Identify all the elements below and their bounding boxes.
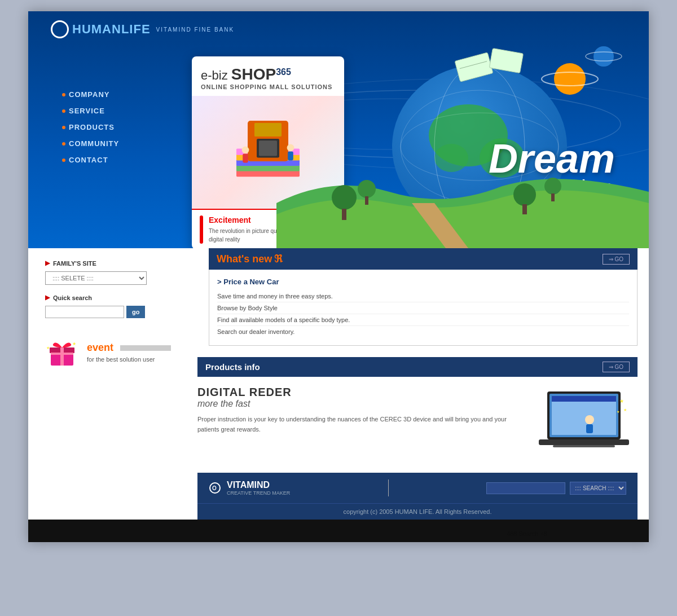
whats-new-header: What's new ℜ ⇒ GO xyxy=(209,248,638,270)
red-accent xyxy=(200,215,203,244)
svg-rect-38 xyxy=(551,193,555,201)
search-row: go xyxy=(45,306,181,318)
vitamind-search-select[interactable]: :::: SEARCH :::: xyxy=(570,482,626,495)
svg-rect-32 xyxy=(342,209,346,220)
nav-item-company[interactable]: COMPANY xyxy=(62,90,119,99)
products-info-title: Products info xyxy=(205,362,260,372)
svg-rect-51 xyxy=(539,439,629,445)
shop-subtitle: ONLINE SHOPPING MALL SOLUTIONS xyxy=(201,83,335,90)
digital-text: DIGITAL REDER more the fast Proper instr… xyxy=(197,386,525,434)
svg-text:★: ★ xyxy=(617,410,619,413)
site-footer-bar xyxy=(28,520,649,542)
nav-item-products[interactable]: PRODUCTS xyxy=(62,123,119,131)
svg-rect-50 xyxy=(586,424,593,433)
vitamind-divider xyxy=(388,479,389,496)
svg-point-14 xyxy=(242,147,249,154)
svg-rect-11 xyxy=(254,123,282,137)
event-box: ★ ★ event for the best solution user xyxy=(45,329,181,369)
main-content-area: What's new ℜ ⇒ GO Price a New Car Save t… xyxy=(197,248,649,520)
svg-rect-34 xyxy=(365,196,368,205)
whats-new-main-item: Price a New Car xyxy=(217,278,629,286)
svg-point-16 xyxy=(287,144,294,152)
list-item: Search our dealer inventory. xyxy=(217,326,629,337)
list-item: Save time and money in three easy steps. xyxy=(217,291,629,302)
event-bar xyxy=(120,345,171,351)
shop-title: e-biz SHOP365 xyxy=(201,65,335,83)
family-site-text: FAMILY'S SITE xyxy=(53,260,96,267)
nav-item-service[interactable]: SERVICE xyxy=(62,107,119,115)
ground-area xyxy=(276,158,649,248)
search-go-button[interactable]: go xyxy=(126,306,145,318)
svg-rect-36 xyxy=(522,204,527,214)
quick-search-label: ▶ Quick search xyxy=(45,294,181,301)
whats-new-go-button[interactable]: ⇒ GO xyxy=(603,254,630,265)
shop-card-header: e-biz SHOP365 ONLINE SHOPPING MALL SOLUT… xyxy=(192,56,344,96)
svg-text:★: ★ xyxy=(72,341,76,346)
svg-rect-52 xyxy=(553,445,615,447)
products-info-header: Products info ⇒ GO xyxy=(197,357,638,377)
nav-menu: COMPANY SERVICE PRODUCTS COMMUNITY CONTA… xyxy=(62,90,119,172)
vitamind-logo: O VITAMIND CREATIVE TREND MAKER xyxy=(209,480,290,496)
vitamind-search-area: :::: SEARCH :::: xyxy=(486,482,626,495)
vitamind-logo-icon: O xyxy=(209,482,221,494)
family-site-label: ▶ FAMILY'S SITE xyxy=(45,259,181,267)
logo-circle xyxy=(51,20,69,38)
red-arrow-icon: ▶ xyxy=(45,259,50,267)
event-text-block: event for the best solution user xyxy=(87,342,171,363)
nav-item-community[interactable]: COMMUNITY xyxy=(62,139,119,148)
vitamind-search-input[interactable] xyxy=(486,482,565,494)
svg-point-37 xyxy=(544,178,561,195)
quick-search-text: Quick search xyxy=(53,294,92,301)
nav-bullet xyxy=(62,93,65,96)
event-label: event xyxy=(87,342,171,354)
svg-text:★: ★ xyxy=(46,346,50,350)
nav-item-contact[interactable]: CONTACT xyxy=(62,156,119,164)
nav-bullet xyxy=(62,109,65,113)
logo-tagline: VITAMIND FINE BANK xyxy=(156,27,235,33)
nav-bullet xyxy=(62,126,65,129)
svg-rect-47 xyxy=(552,396,616,435)
svg-point-31 xyxy=(332,185,357,210)
whats-new-list: Save time and money in three easy steps.… xyxy=(217,291,629,337)
mid-section: ▶ FAMILY'S SITE :::: SELETE :::: ▶ Quick… xyxy=(28,248,649,520)
event-desc: for the best solution user xyxy=(87,356,171,363)
gift-icon: ★ ★ xyxy=(45,335,79,369)
logo-bar: HUMANLIFE VITAMIND FINE BANK xyxy=(51,20,234,38)
svg-rect-41 xyxy=(60,347,64,366)
vitamind-tagline: CREATIVE TREND MAKER xyxy=(227,490,290,496)
list-item: Find all available models of a specific … xyxy=(217,314,629,326)
vitamind-footer: O VITAMIND CREATIVE TREND MAKER :::: SEA… xyxy=(197,473,638,503)
svg-rect-15 xyxy=(243,153,248,162)
site-header: HUMANLIFE VITAMIND FINE BANK COMPANY SER… xyxy=(28,11,649,248)
digital-reder: DIGITAL REDER more the fast Proper instr… xyxy=(197,386,638,461)
digital-subtitle: more the fast xyxy=(197,399,525,409)
left-sidebar: ▶ FAMILY'S SITE :::: SELETE :::: ▶ Quick… xyxy=(28,248,197,520)
nav-bullet xyxy=(62,159,65,162)
products-info-go-button[interactable]: ⇒ GO xyxy=(603,362,630,372)
svg-point-29 xyxy=(554,63,586,95)
whats-new-content: Price a New Car Save time and money in t… xyxy=(209,270,638,346)
list-item: Browse by Body Style xyxy=(217,302,629,314)
svg-point-35 xyxy=(513,183,536,206)
vitamind-brand: VITAMIND xyxy=(227,480,290,490)
logo-text: HUMANLIFE xyxy=(72,22,151,37)
svg-rect-48 xyxy=(552,396,616,402)
nav-bullet xyxy=(62,142,65,146)
svg-rect-13 xyxy=(259,140,277,156)
svg-rect-42 xyxy=(51,353,73,355)
whats-new-title: What's new ℜ xyxy=(217,253,283,265)
svg-text:★: ★ xyxy=(619,398,624,404)
red-arrow-icon-2: ▶ xyxy=(45,294,50,301)
svg-text:O: O xyxy=(212,485,217,491)
copyright-bar: copyright (c) 2005 HUMAN LIFE. All Right… xyxy=(197,503,638,520)
family-site-select[interactable]: :::: SELETE :::: xyxy=(45,271,147,285)
products-info-section: Products info ⇒ GO DIGITAL REDER more th… xyxy=(197,357,638,520)
svg-text:★: ★ xyxy=(623,408,627,412)
digital-title: DIGITAL REDER xyxy=(197,386,525,399)
digital-desc: Proper instruction is your key to unders… xyxy=(197,415,525,434)
whats-new-section: What's new ℜ ⇒ GO Price a New Car Save t… xyxy=(209,248,638,346)
svg-point-33 xyxy=(358,180,376,198)
laptop-illustration: ★ ★ ★ xyxy=(536,386,638,461)
search-input[interactable] xyxy=(45,306,124,318)
svg-point-49 xyxy=(585,415,594,424)
